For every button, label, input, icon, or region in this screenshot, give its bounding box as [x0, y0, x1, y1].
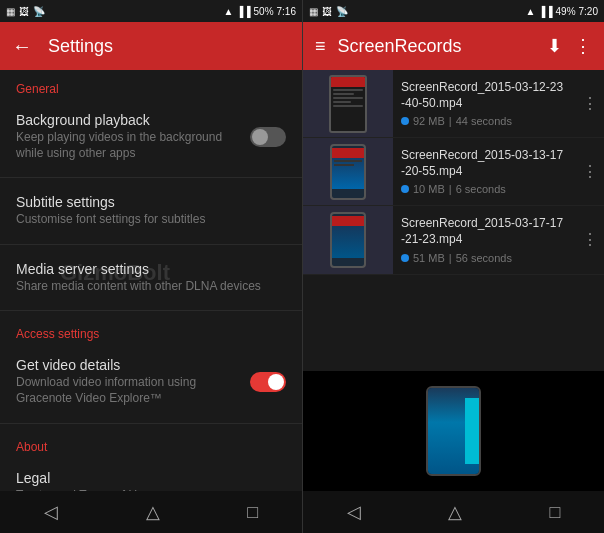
- home-nav-icon[interactable]: △: [146, 501, 160, 523]
- get-video-details-text: Get video details Download video informa…: [16, 357, 250, 406]
- divider-2: [0, 244, 302, 245]
- cast-icon: 📡: [33, 6, 45, 17]
- records-list: ScreenRecord_2015-03-12-23 -40-50.mp4 92…: [303, 70, 604, 371]
- back-nav-icon[interactable]: ◁: [44, 501, 58, 523]
- media-server-item[interactable]: Media server settings Share media conten…: [0, 249, 302, 307]
- record-info-2: ScreenRecord_2015-03-13-17 -20-55.mp4 10…: [393, 138, 576, 205]
- record-meta-2: 10 MB | 6 seconds: [401, 183, 568, 195]
- thumb-3-phone: [330, 212, 366, 268]
- get-video-details-desc: Download video information using Graceno…: [16, 375, 242, 406]
- background-playback-title: Background playback: [16, 112, 242, 128]
- legal-title: Legal: [16, 470, 286, 486]
- menu-icon[interactable]: ≡: [315, 36, 326, 57]
- right-wifi-icon: ▲: [525, 6, 535, 17]
- right-home-nav-icon[interactable]: △: [448, 501, 462, 523]
- left-status-bar: ▦ 🖼 📡 ▲ ▐▐ 50% 7:16: [0, 0, 302, 22]
- preview-phone: [426, 386, 481, 476]
- get-video-details-title: Get video details: [16, 357, 242, 373]
- legal-item[interactable]: Legal Tap to read Terms of Use: [0, 458, 302, 491]
- right-nav-bar: ◁ △ □: [303, 491, 604, 533]
- background-playback-text: Background playback Keep playing videos …: [16, 112, 250, 161]
- get-video-details-toggle[interactable]: [250, 372, 286, 392]
- preview-screen: [428, 388, 479, 474]
- right-signal-icon: ▐▐: [538, 6, 552, 17]
- record-more-1[interactable]: ⋮: [576, 70, 604, 137]
- preview-accent: [465, 398, 479, 464]
- right-status-icons-right: ▲ ▐▐ 49% 7:20: [525, 6, 598, 17]
- right-status-icons-left: ▦ 🖼 📡: [309, 6, 348, 17]
- settings-content: General Background playback Keep playing…: [0, 70, 302, 491]
- time-left: 7:16: [277, 6, 296, 17]
- download-icon[interactable]: ⬇: [547, 35, 562, 57]
- record-meta-1: 92 MB | 44 seconds: [401, 115, 568, 127]
- right-sim-icon: ▦: [309, 6, 318, 17]
- divider-3: [0, 310, 302, 311]
- record-info-1: ScreenRecord_2015-03-12-23 -40-50.mp4 92…: [393, 70, 576, 137]
- media-server-title: Media server settings: [16, 261, 286, 277]
- get-video-details-item[interactable]: Get video details Download video informa…: [0, 345, 302, 418]
- divider-1: [0, 177, 302, 178]
- background-playback-item[interactable]: Background playback Keep playing videos …: [0, 100, 302, 173]
- toggle-knob: [252, 129, 268, 145]
- access-section-header: Access settings: [0, 315, 302, 345]
- record-dot-2: [401, 185, 409, 193]
- right-status-bar: ▦ 🖼 📡 ▲ ▐▐ 49% 7:20: [303, 0, 604, 22]
- record-sep-2: |: [449, 183, 452, 195]
- subtitle-settings-item[interactable]: Subtitle settings Customise font setting…: [0, 182, 302, 240]
- right-photo-icon: 🖼: [322, 6, 332, 17]
- right-back-nav-icon[interactable]: ◁: [347, 501, 361, 523]
- right-status-icons: ▲ ▐▐ 50% 7:16: [223, 6, 296, 17]
- right-battery-text: 49%: [556, 6, 576, 17]
- record-more-3[interactable]: ⋮: [576, 206, 604, 273]
- sim-icon: ▦: [6, 6, 15, 17]
- record-duration-3: 56 seconds: [456, 252, 512, 264]
- record-duration-2: 6 seconds: [456, 183, 506, 195]
- signal-icon: ▐▐: [236, 6, 250, 17]
- right-time: 7:20: [579, 6, 598, 17]
- background-playback-toggle[interactable]: [250, 127, 286, 147]
- record-thumb-3: [303, 206, 393, 273]
- record-more-2[interactable]: ⋮: [576, 138, 604, 205]
- record-item-3[interactable]: ScreenRecord_2015-03-17-17 -21-23.mp4 51…: [303, 206, 604, 274]
- right-recent-nav-icon[interactable]: □: [549, 502, 560, 523]
- record-thumb-1: [303, 70, 393, 137]
- toggle-knob-on: [268, 374, 284, 390]
- record-duration-1: 44 seconds: [456, 115, 512, 127]
- subtitle-settings-desc: Customise font settings for subtitles: [16, 212, 286, 228]
- record-item-2[interactable]: ScreenRecord_2015-03-13-17 -20-55.mp4 10…: [303, 138, 604, 206]
- thumb-2-phone: [330, 144, 366, 200]
- record-dot-1: [401, 117, 409, 125]
- preview-area: [303, 371, 604, 491]
- media-server-desc: Share media content with other DLNA devi…: [16, 279, 286, 295]
- left-status-icons: ▦ 🖼 📡: [6, 6, 45, 17]
- right-panel: ▦ 🖼 📡 ▲ ▐▐ 49% 7:20 ≡ ScreenRecords ⬇ ⋮: [302, 0, 604, 533]
- record-dot-3: [401, 254, 409, 262]
- right-cast-icon: 📡: [336, 6, 348, 17]
- record-item-1[interactable]: ScreenRecord_2015-03-12-23 -40-50.mp4 92…: [303, 70, 604, 138]
- battery-text: 50%: [254, 6, 274, 17]
- record-name-3: ScreenRecord_2015-03-17-17 -21-23.mp4: [401, 216, 568, 247]
- right-top-bar-actions: ⬇ ⋮: [547, 35, 592, 57]
- about-section-header: About: [0, 428, 302, 458]
- back-button[interactable]: ←: [12, 35, 32, 58]
- record-size-3: 51 MB: [413, 252, 445, 264]
- right-top-bar: ≡ ScreenRecords ⬇ ⋮: [303, 22, 604, 70]
- thumb-1-phone: [329, 75, 367, 133]
- left-top-bar: ← Settings: [0, 22, 302, 70]
- record-sep-1: |: [449, 115, 452, 127]
- screen-records-title: ScreenRecords: [338, 36, 535, 57]
- record-name-2: ScreenRecord_2015-03-13-17 -20-55.mp4: [401, 148, 568, 179]
- subtitle-settings-title: Subtitle settings: [16, 194, 286, 210]
- settings-title: Settings: [48, 36, 290, 57]
- recent-nav-icon[interactable]: □: [247, 502, 258, 523]
- more-icon[interactable]: ⋮: [574, 35, 592, 57]
- wifi-icon: ▲: [223, 6, 233, 17]
- record-name-1: ScreenRecord_2015-03-12-23 -40-50.mp4: [401, 80, 568, 111]
- record-sep-3: |: [449, 252, 452, 264]
- divider-4: [0, 423, 302, 424]
- left-panel: ▦ 🖼 📡 ▲ ▐▐ 50% 7:16 ← Settings General B…: [0, 0, 302, 533]
- photo-icon: 🖼: [19, 6, 29, 17]
- general-section-header: General: [0, 70, 302, 100]
- left-nav-bar: ◁ △ □: [0, 491, 302, 533]
- record-size-2: 10 MB: [413, 183, 445, 195]
